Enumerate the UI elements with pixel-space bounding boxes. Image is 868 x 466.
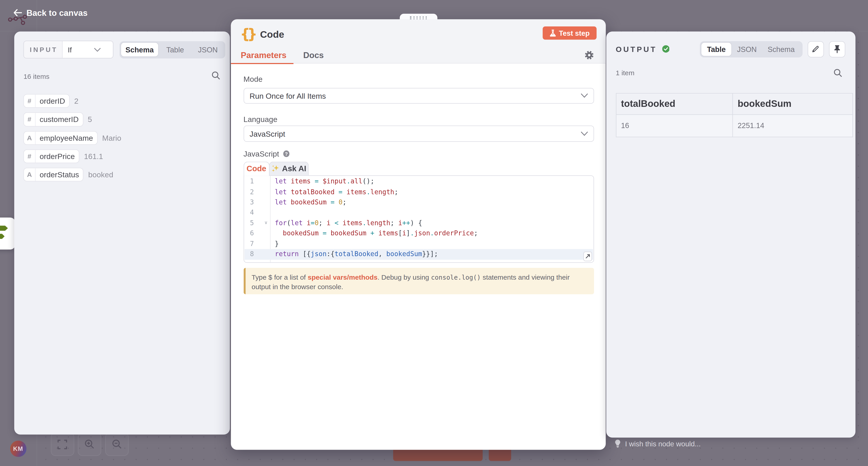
line-number: 6 [245, 228, 254, 239]
help-icon[interactable]: ? [283, 151, 289, 157]
sparkles-icon [271, 165, 279, 173]
code-line-8[interactable]: 8return [{json:{totalBooked, bookedSum}}… [245, 249, 593, 260]
special-vars-link[interactable]: special vars/methods [308, 273, 377, 281]
code-line-6[interactable]: 6 bookedSum = bookedSum + items[i].json.… [245, 228, 593, 239]
editor-tabs: Code Ask AI [243, 162, 309, 175]
input-node-stub-if[interactable] [0, 218, 16, 249]
back-arrow-icon [13, 9, 22, 16]
editor-tab-ask-ai[interactable]: Ask AI [269, 162, 309, 175]
pin-output-button[interactable] [829, 41, 845, 58]
editor-tab-code-label: Code [247, 164, 266, 174]
node-title: Code [260, 29, 284, 40]
code-line-7[interactable]: 7} [245, 239, 593, 249]
node-feedback-link[interactable]: I wish this node would... [614, 439, 701, 448]
input-node-select[interactable]: INPUT If [23, 41, 113, 59]
mode-select[interactable]: Run Once for All Items [243, 88, 594, 104]
javascript-field-label: JavaScript ? [243, 149, 289, 158]
zoom-in-icon [85, 439, 95, 449]
language-label: Language [243, 115, 277, 123]
input-panel: INPUT If SchemaTableJSON 16 items #order… [14, 32, 230, 434]
schema-field-value: 161.1 [84, 152, 103, 161]
input-tab-table[interactable]: Table [159, 41, 191, 59]
hint-code: console.log() [431, 273, 481, 281]
schema-field-pill[interactable]: #orderID [23, 94, 70, 108]
code-node-icon: {} [241, 26, 255, 41]
schema-field-pill[interactable]: #customerID [23, 112, 83, 126]
output-tab-schema[interactable]: Schema [762, 41, 801, 58]
schema-field-pill[interactable]: #orderPrice [23, 149, 79, 163]
search-icon[interactable] [834, 69, 842, 77]
modal-tabs: ParametersDocs [241, 51, 324, 60]
expand-icon [585, 254, 590, 259]
editor-tab-code[interactable]: Code [243, 162, 270, 176]
code-editor[interactable]: 1let items = $input.all();2let totalBook… [243, 175, 594, 263]
string-type-icon: A [24, 131, 35, 144]
code-line-text: for(let i=0; i < items.length; i++) { [275, 218, 592, 228]
avatar-initials: KM [13, 445, 23, 452]
code-line-text: let totalBooked = items.length; [275, 187, 592, 197]
code-line-1[interactable]: 1let items = $input.all(); [245, 176, 593, 187]
input-tab-schema[interactable]: Schema [121, 42, 159, 57]
schema-field-customerID[interactable]: #customerID5 [23, 112, 92, 126]
fit-view-button[interactable] [51, 433, 74, 456]
search-icon[interactable] [212, 71, 220, 80]
output-tab-table[interactable]: Table [701, 42, 732, 57]
node-feedback-label: I wish this node would... [625, 439, 701, 447]
back-to-canvas-button[interactable]: Back to canvas [13, 5, 88, 21]
node-details-modal: {} Code Test step ParametersDocs Mode [231, 19, 606, 450]
hint-text: . Debug by using [377, 273, 431, 281]
code-line-text: } [275, 239, 592, 249]
fold-chevron-icon[interactable]: ∨ [264, 220, 268, 226]
hint-text: Type $ for a list of [252, 273, 308, 281]
pencil-icon [812, 45, 819, 53]
code-line-text: return [{json:{totalBooked, bookedSum}}]… [275, 249, 592, 260]
schema-field-name: orderStatus [35, 168, 83, 181]
language-select[interactable]: JavaScript [243, 126, 594, 142]
output-table-row[interactable]: 162251.14 [616, 114, 852, 137]
modal-tab-docs[interactable]: Docs [303, 51, 324, 60]
pin-icon [834, 45, 841, 54]
success-check-icon [662, 45, 670, 53]
output-view-tabs: TableJSONSchema [700, 41, 802, 58]
schema-field-name: orderPrice [35, 150, 79, 163]
code-line-3[interactable]: 3let bookedSum = 0; [245, 197, 593, 208]
schema-field-pill[interactable]: AemployeeName [23, 131, 98, 145]
if-node-icon [0, 218, 16, 249]
schema-field-employeeName[interactable]: AemployeeNameMario [23, 131, 121, 145]
schema-field-value: 5 [88, 115, 92, 124]
number-type-icon: # [24, 113, 35, 126]
modal-tab-parameters[interactable]: Parameters [241, 51, 286, 60]
schema-field-value: Mario [102, 133, 121, 142]
user-avatar[interactable]: KM [10, 440, 26, 457]
edit-output-button[interactable] [808, 41, 824, 58]
chevron-down-icon [581, 94, 588, 98]
schema-field-name: customerID [35, 113, 83, 126]
schema-field-orderPrice[interactable]: #orderPrice161.1 [23, 149, 103, 163]
schema-field-value: booked [88, 170, 113, 179]
schema-field-orderStatus[interactable]: AorderStatusbooked [23, 168, 113, 181]
editor-hint-callout: Type $ for a list of special vars/method… [243, 268, 594, 294]
code-line-4[interactable]: 4 [245, 208, 593, 218]
code-line-2[interactable]: 2let totalBooked = items.length; [245, 187, 593, 197]
language-select-value: JavaScript [250, 129, 285, 138]
output-tab-json[interactable]: JSON [732, 41, 762, 58]
input-tab-json[interactable]: JSON [191, 41, 224, 59]
input-items-count: 16 items [24, 72, 50, 80]
mode-label: Mode [243, 75, 262, 84]
fit-view-icon [58, 439, 67, 449]
editor-expand-button[interactable] [583, 252, 592, 262]
input-view-tabs: SchemaTableJSON [119, 41, 225, 59]
code-line-5[interactable]: 5∨for(let i=0; i < items.length; i++) { [245, 218, 593, 228]
settings-gear-icon[interactable] [584, 50, 594, 61]
test-step-label: Test step [559, 29, 590, 37]
zoom-out-button[interactable] [105, 433, 129, 456]
output-column-totalBooked: totalBooked [616, 93, 733, 114]
zoom-in-button[interactable] [78, 433, 101, 456]
modal-header: {} Code Test step ParametersDocs [231, 19, 606, 64]
schema-field-orderID[interactable]: #orderID2 [23, 94, 79, 108]
test-step-button[interactable]: Test step [543, 26, 596, 40]
chevron-down-icon [94, 48, 101, 52]
schema-field-pill[interactable]: AorderStatus [23, 168, 84, 181]
input-node-select-value: If [63, 41, 113, 58]
output-panel-title: OUTPUT [616, 45, 657, 53]
